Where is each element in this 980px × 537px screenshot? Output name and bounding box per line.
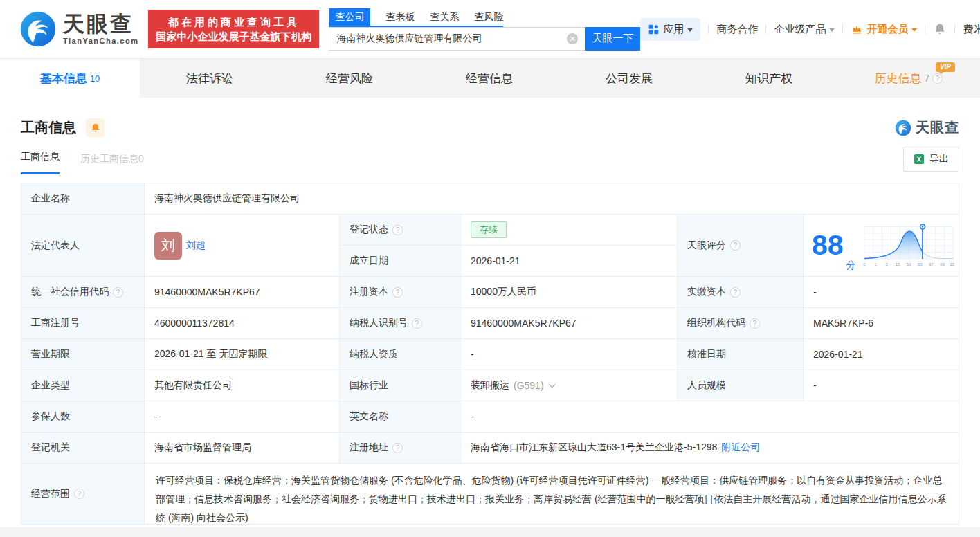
subtab-business-info[interactable]: 工商信息 xyxy=(21,151,60,174)
help-icon[interactable]: ? xyxy=(730,240,741,251)
clear-icon[interactable]: ✕ xyxy=(567,33,578,44)
nav-username: 费米 xyxy=(963,23,980,36)
search-input[interactable] xyxy=(329,27,585,51)
nav-enterprise[interactable]: 企业级产品 xyxy=(774,23,835,36)
label-establish-date: 成立日期 xyxy=(340,246,461,277)
value-taxpayer-quality: - xyxy=(461,339,678,370)
tab-label: 经营信息 xyxy=(466,71,513,87)
chevron-down-icon xyxy=(829,28,835,32)
tianyancha-logo[interactable]: 天眼查 TianYanCha.com xyxy=(19,10,138,48)
search-tab-company[interactable]: 查公司 xyxy=(329,8,370,26)
score-marker-pin xyxy=(919,224,925,230)
nav-apps[interactable]: 应用 xyxy=(640,18,700,41)
help-icon[interactable]: ? xyxy=(113,287,123,298)
svg-text:15: 15 xyxy=(895,262,900,266)
tianyancha-watermark: 天眼查 xyxy=(895,118,959,137)
crown-icon xyxy=(851,23,863,35)
value-company-name: 海南神火奥德供应链管理有限公司 xyxy=(145,183,959,215)
value-text: 2026-01-21 xyxy=(471,255,520,266)
status-badge: 存续 xyxy=(471,221,507,238)
svg-text:1: 1 xyxy=(874,262,877,266)
help-icon[interactable]: ? xyxy=(750,318,760,329)
subtab-history-business-info[interactable]: 历史工商信息0 xyxy=(80,153,144,174)
label-registration-number: 工商注册号 xyxy=(21,308,145,339)
label-organization-code: 组织机构代码 ? xyxy=(678,308,804,339)
section-header: 工商信息 天眼查 xyxy=(21,118,959,137)
tab-history-info[interactable]: VIP 历史信息 7 ? xyxy=(839,59,979,98)
tab-label: 法律诉讼 xyxy=(186,71,233,87)
svg-text:0: 0 xyxy=(863,262,866,266)
label-text: 登记状态 xyxy=(350,224,388,236)
tab-operating-risk[interactable]: 经营风险 xyxy=(280,59,419,98)
score-unit: 分 xyxy=(846,260,856,272)
business-info-table: 企业名称 海南神火奥德供应链管理有限公司 法定代表人 刘 刘超 登记状态 ? 存… xyxy=(21,183,959,525)
export-button[interactable]: 导出 xyxy=(903,147,959,172)
search-tab-relation[interactable]: 查关系 xyxy=(430,8,459,26)
bell-icon xyxy=(90,122,101,134)
chevron-down-icon[interactable] xyxy=(548,381,555,388)
tab-legal-litigation[interactable]: 法律诉讼 xyxy=(140,59,280,98)
tab-label: 经营风险 xyxy=(326,71,373,87)
tab-operating-info[interactable]: 经营信息 xyxy=(419,59,559,98)
nav-cooperation[interactable]: 商务合作 xyxy=(716,23,758,36)
label-registration-status: 登记状态 ? xyxy=(340,215,461,246)
label-approval-date: 核准日期 xyxy=(678,339,804,370)
svg-text:100: 100 xyxy=(950,262,954,266)
label-tianyan-score: 天眼评分 ? xyxy=(678,215,804,277)
value-tianyan-score: 88 分 0 1 3 15 xyxy=(804,215,959,277)
help-icon[interactable]: ? xyxy=(412,318,422,329)
label-text: 人员规模 xyxy=(687,379,726,392)
nav-user[interactable]: 费米 xyxy=(963,23,980,36)
value-registration-status: 存续 xyxy=(461,215,678,246)
help-icon[interactable]: ? xyxy=(730,287,741,298)
search-tab-boss[interactable]: 查老板 xyxy=(385,8,415,26)
value-text: 91460000MAK5R7KP67 xyxy=(471,318,577,329)
value-paid-capital: - xyxy=(804,277,959,308)
industry-code: (G591) xyxy=(514,380,544,391)
label-text: 成立日期 xyxy=(350,255,388,267)
legal-rep-avatar[interactable]: 刘 xyxy=(154,232,182,260)
monitor-bell-button[interactable] xyxy=(86,118,105,137)
label-text: 注册地址 xyxy=(350,442,388,454)
value-text: - xyxy=(471,349,474,360)
label-text: 纳税人识别号 xyxy=(350,317,408,329)
label-text: 法定代表人 xyxy=(31,239,80,252)
help-icon[interactable]: ? xyxy=(932,73,943,84)
scope-text: 许可经营项目：保税仓库经营；海关监管货物仓储服务 (不含危险化学品、危险货物) … xyxy=(156,475,947,523)
help-icon[interactable]: ? xyxy=(392,443,403,453)
value-text: - xyxy=(813,380,817,391)
footer-strip xyxy=(0,527,980,537)
legal-rep-link[interactable]: 刘超 xyxy=(186,239,206,252)
label-credit-code: 统一社会信用代码 ? xyxy=(21,277,145,308)
nav-open-vip[interactable]: 开通会员 xyxy=(851,23,917,36)
value-company-type: 其他有限责任公司 xyxy=(145,370,340,401)
value-insured-count: - xyxy=(145,401,340,433)
nav-vip-label: 开通会员 xyxy=(866,23,908,36)
label-legal-representative: 法定代表人 xyxy=(21,215,145,277)
notification-bell-icon[interactable] xyxy=(933,22,947,36)
nearby-companies-link[interactable]: 附近公司 xyxy=(721,442,760,454)
tab-basic-info[interactable]: 基本信息 10 xyxy=(0,59,140,98)
value-text: 10000万人民币 xyxy=(471,286,536,298)
search-tab-risk[interactable]: 查风险 xyxy=(474,8,503,26)
divider xyxy=(708,24,709,34)
nav-apps-label: 应用 xyxy=(663,23,684,36)
value-text: - xyxy=(813,286,817,298)
svg-text:97: 97 xyxy=(929,262,934,266)
value-text: 460000011372814 xyxy=(154,318,235,329)
help-icon[interactable]: ? xyxy=(392,287,403,298)
excel-icon xyxy=(914,154,925,165)
label-text: 营业期限 xyxy=(31,348,70,361)
tab-intellectual-property[interactable]: 知识产权 xyxy=(699,59,839,98)
tab-company-development[interactable]: 公司发展 xyxy=(559,59,699,98)
help-icon[interactable]: ? xyxy=(74,489,84,499)
value-text: 2026-01-21 xyxy=(813,349,863,360)
logo-domain: TianYanCha.com xyxy=(63,37,138,45)
label-text: 天眼评分 xyxy=(687,239,726,252)
help-icon[interactable]: ? xyxy=(392,225,403,235)
search-button[interactable]: 天眼一下 xyxy=(585,27,640,51)
label-company-name: 企业名称 xyxy=(21,183,145,215)
label-text: 登记机关 xyxy=(31,442,70,454)
tab-count: 7 xyxy=(925,73,930,84)
label-text: 组织机构代码 xyxy=(687,317,745,329)
